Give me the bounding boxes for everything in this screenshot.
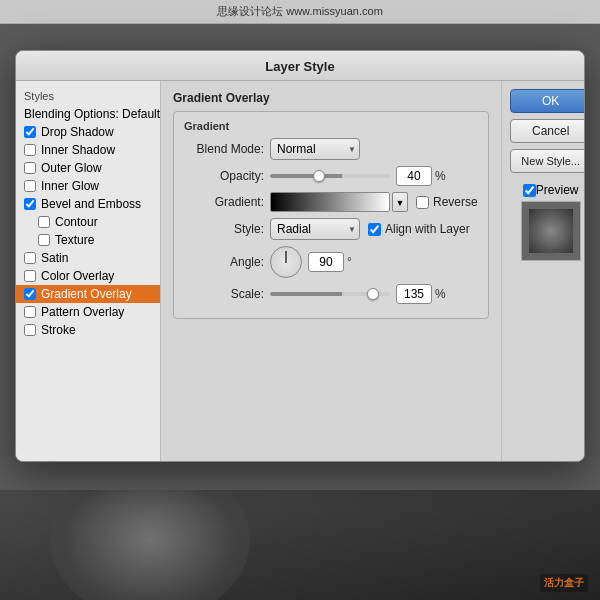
main-content: Gradient Overlay Gradient Blend Mode: No… bbox=[161, 81, 501, 461]
style-row: Style: Linear Radial Angle Reflected Dia… bbox=[184, 218, 478, 240]
inner-shadow-label: Inner Shadow bbox=[41, 143, 115, 157]
sidebar-item-inner-shadow[interactable]: Inner Shadow bbox=[16, 141, 160, 159]
scale-slider-row: % bbox=[270, 284, 446, 304]
ok-button[interactable]: OK bbox=[510, 89, 585, 113]
color-overlay-label: Color Overlay bbox=[41, 269, 114, 283]
align-with-layer-text: Align with Layer bbox=[385, 222, 470, 236]
stroke-label: Stroke bbox=[41, 323, 76, 337]
layer-style-dialog: Layer Style Styles Blending Options: Def… bbox=[15, 50, 585, 462]
sidebar-item-texture[interactable]: Texture bbox=[16, 231, 160, 249]
gradient-bar-wrapper: ▼ Reverse bbox=[270, 192, 478, 212]
angle-dial[interactable] bbox=[270, 246, 302, 278]
contour-label: Contour bbox=[55, 215, 98, 229]
preview-checkbox[interactable] bbox=[523, 184, 536, 197]
gradient-label: Gradient: bbox=[184, 195, 264, 209]
contour-checkbox[interactable] bbox=[38, 216, 50, 228]
inner-glow-checkbox[interactable] bbox=[24, 180, 36, 192]
scale-percent: % bbox=[435, 287, 446, 301]
outer-glow-label: Outer Glow bbox=[41, 161, 102, 175]
blend-mode-label: Blend Mode: bbox=[184, 142, 264, 156]
blend-mode-row: Blend Mode: Normal Multiply Screen Overl… bbox=[184, 138, 478, 160]
opacity-slider[interactable] bbox=[270, 174, 390, 178]
sidebar-item-satin[interactable]: Satin bbox=[16, 249, 160, 267]
reverse-label[interactable]: Reverse bbox=[416, 195, 478, 209]
dialog-titlebar: Layer Style bbox=[16, 51, 584, 81]
gradient-bar-arrow[interactable]: ▼ bbox=[392, 192, 408, 212]
texture-checkbox[interactable] bbox=[38, 234, 50, 246]
satin-label: Satin bbox=[41, 251, 68, 265]
scale-label: Scale: bbox=[184, 287, 264, 301]
pattern-overlay-checkbox[interactable] bbox=[24, 306, 36, 318]
opacity-label: Opacity: bbox=[184, 169, 264, 183]
preview-label: Preview bbox=[536, 183, 579, 197]
sidebar-item-drop-shadow[interactable]: Drop Shadow bbox=[16, 123, 160, 141]
satin-checkbox[interactable] bbox=[24, 252, 36, 264]
color-overlay-checkbox[interactable] bbox=[24, 270, 36, 282]
sidebar-item-contour[interactable]: Contour bbox=[16, 213, 160, 231]
panel-title: Styles bbox=[16, 87, 160, 105]
opacity-percent: % bbox=[435, 169, 446, 183]
sidebar-item-inner-glow[interactable]: Inner Glow bbox=[16, 177, 160, 195]
sidebar-item-color-overlay[interactable]: Color Overlay bbox=[16, 267, 160, 285]
drop-shadow-label: Drop Shadow bbox=[41, 125, 114, 139]
preview-container: Preview bbox=[510, 183, 585, 261]
sidebar-item-pattern-overlay[interactable]: Pattern Overlay bbox=[16, 303, 160, 321]
align-with-layer-label[interactable]: Align with Layer bbox=[368, 222, 470, 236]
scale-row: Scale: % bbox=[184, 284, 478, 304]
angle-line bbox=[286, 251, 287, 263]
angle-row: Angle: ° bbox=[184, 246, 478, 278]
outer-glow-checkbox[interactable] bbox=[24, 162, 36, 174]
drop-shadow-checkbox[interactable] bbox=[24, 126, 36, 138]
preview-box bbox=[521, 201, 581, 261]
new-style-button[interactable]: New Style... bbox=[510, 149, 585, 173]
top-bar: 思缘设计论坛 www.missyuan.com bbox=[0, 0, 600, 24]
scale-value-input[interactable] bbox=[396, 284, 432, 304]
bevel-emboss-checkbox[interactable] bbox=[24, 198, 36, 210]
dialog-overlay: Layer Style Styles Blending Options: Def… bbox=[10, 50, 590, 600]
dialog-body: Styles Blending Options: Default Drop Sh… bbox=[16, 81, 584, 461]
blend-mode-select-wrapper: Normal Multiply Screen Overlay bbox=[270, 138, 360, 160]
gradient-overlay-label: Gradient Overlay bbox=[41, 287, 132, 301]
scale-slider[interactable] bbox=[270, 292, 390, 296]
pattern-overlay-label: Pattern Overlay bbox=[41, 305, 124, 319]
right-panel: OK Cancel New Style... Preview bbox=[501, 81, 585, 461]
sidebar-item-gradient-overlay[interactable]: Gradient Overlay bbox=[16, 285, 160, 303]
texture-label: Texture bbox=[55, 233, 94, 247]
reverse-checkbox[interactable] bbox=[416, 196, 429, 209]
opacity-row: Opacity: % bbox=[184, 166, 478, 186]
sidebar-item-bevel-emboss[interactable]: Bevel and Emboss bbox=[16, 195, 160, 213]
reverse-text: Reverse bbox=[433, 195, 478, 209]
gradient-row: Gradient: ▼ Reverse bbox=[184, 192, 478, 212]
top-bar-text: 思缘设计论坛 www.missyuan.com bbox=[217, 5, 383, 17]
gradient-bar[interactable] bbox=[270, 192, 390, 212]
section-title: Gradient Overlay bbox=[173, 91, 489, 105]
blend-mode-select[interactable]: Normal Multiply Screen Overlay bbox=[270, 138, 360, 160]
inner-glow-label: Inner Glow bbox=[41, 179, 99, 193]
angle-degree: ° bbox=[347, 255, 352, 269]
style-select[interactable]: Linear Radial Angle Reflected Diamond bbox=[270, 218, 360, 240]
cancel-button[interactable]: Cancel bbox=[510, 119, 585, 143]
preview-checkbox-row: Preview bbox=[510, 183, 585, 197]
dialog-title: Layer Style bbox=[265, 59, 334, 74]
stroke-checkbox[interactable] bbox=[24, 324, 36, 336]
inner-shadow-checkbox[interactable] bbox=[24, 144, 36, 156]
blending-options-label: Blending Options: Default bbox=[24, 107, 160, 121]
sidebar-item-outer-glow[interactable]: Outer Glow bbox=[16, 159, 160, 177]
sidebar-item-blending-options[interactable]: Blending Options: Default bbox=[16, 105, 160, 123]
style-label: Style: bbox=[184, 222, 264, 236]
section-title-text: Gradient Overlay bbox=[173, 91, 270, 105]
bevel-emboss-label: Bevel and Emboss bbox=[41, 197, 141, 211]
align-with-layer-checkbox[interactable] bbox=[368, 223, 381, 236]
gradient-sub-title: Gradient bbox=[184, 120, 478, 132]
gradient-section-box: Gradient Blend Mode: Normal Multiply Scr… bbox=[173, 111, 489, 319]
opacity-value-input[interactable] bbox=[396, 166, 432, 186]
opacity-slider-row: % bbox=[270, 166, 446, 186]
left-panel: Styles Blending Options: Default Drop Sh… bbox=[16, 81, 161, 461]
sidebar-item-stroke[interactable]: Stroke bbox=[16, 321, 160, 339]
preview-inner bbox=[529, 209, 573, 253]
style-select-wrapper: Linear Radial Angle Reflected Diamond bbox=[270, 218, 360, 240]
angle-value-input[interactable] bbox=[308, 252, 344, 272]
angle-label: Angle: bbox=[184, 255, 264, 269]
gradient-overlay-checkbox[interactable] bbox=[24, 288, 36, 300]
